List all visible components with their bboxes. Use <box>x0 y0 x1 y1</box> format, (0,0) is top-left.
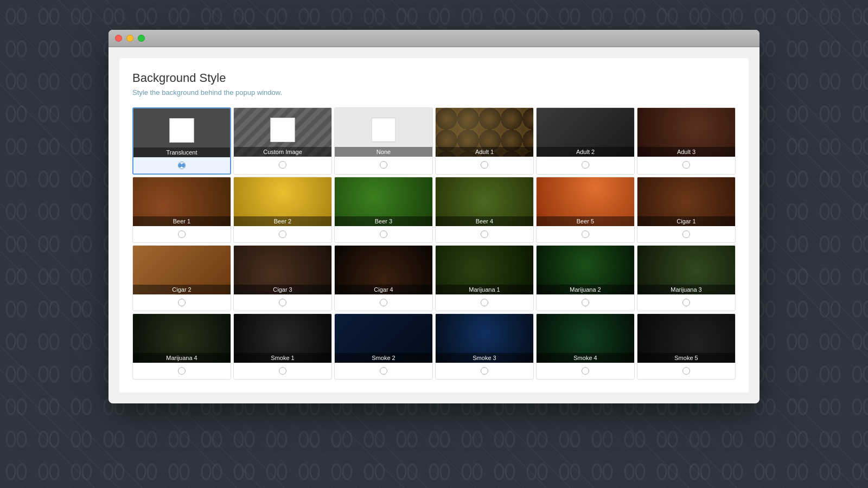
radio-row-adult1 <box>481 157 488 173</box>
radio-marijuana2[interactable] <box>582 299 589 306</box>
radio-row-translucent <box>178 157 186 174</box>
style-option-cigar1[interactable]: Cigar 1 <box>637 177 736 243</box>
label-row4d: Smoke 3 <box>436 353 533 363</box>
label-row4b: Smoke 1 <box>234 353 331 363</box>
style-option-adult2[interactable]: Adult 2 <box>536 107 635 175</box>
label-marijuana1: Marijuana 1 <box>436 285 533 294</box>
radio-adult3[interactable] <box>682 161 690 169</box>
thumb-cigar3: Cigar 3 <box>234 246 331 294</box>
radio-row4a[interactable] <box>178 367 186 375</box>
style-option-marijuana3[interactable]: Marijuana 3 <box>637 245 736 311</box>
style-option-row4e[interactable]: Smoke 4 <box>536 313 635 380</box>
style-option-translucent[interactable]: Translucent <box>132 107 231 175</box>
thumb-cigar4: Cigar 4 <box>335 246 432 294</box>
label-translucent: Translucent <box>133 147 230 157</box>
radio-row-row4e <box>582 363 589 379</box>
radio-row-adult2 <box>582 157 589 173</box>
thumb-row4c: Smoke 2 <box>335 314 432 363</box>
style-option-beer4[interactable]: Beer 4 <box>435 177 534 243</box>
radio-cigar4[interactable] <box>380 299 387 306</box>
radio-adult2[interactable] <box>582 161 589 169</box>
thumb-adult3: Adult 3 <box>637 108 735 157</box>
radio-row4e[interactable] <box>582 367 589 375</box>
radio-row-beer3 <box>380 226 387 242</box>
label-beer2: Beer 2 <box>234 216 331 226</box>
page-subtitle: Style the background behind the popup wi… <box>132 88 736 97</box>
radio-custom[interactable] <box>279 161 286 169</box>
thumb-beer3: Beer 3 <box>335 177 432 226</box>
radio-row-row4c <box>380 363 387 379</box>
radio-dot <box>178 163 182 168</box>
radio-row-row4d <box>481 363 488 379</box>
label-cigar2: Cigar 2 <box>133 285 231 294</box>
label-cigar3: Cigar 3 <box>234 285 331 294</box>
minimize-button[interactable] <box>126 35 133 42</box>
radio-row-cigar4 <box>380 294 387 311</box>
radio-beer4[interactable] <box>481 230 488 238</box>
close-button[interactable] <box>115 35 122 42</box>
main-window: Background Style Style the background be… <box>108 30 760 403</box>
style-option-beer1[interactable]: Beer 1 <box>132 177 231 243</box>
style-option-beer2[interactable]: Beer 2 <box>233 177 332 243</box>
radio-beer1[interactable] <box>178 230 186 238</box>
thumb-none: None <box>335 108 432 157</box>
radio-row-row4b <box>279 363 286 379</box>
thumb-custom: Custom Image <box>234 108 331 157</box>
radio-row-marijuana1 <box>481 294 488 311</box>
radio-row4f[interactable] <box>682 367 690 375</box>
radio-row4d[interactable] <box>481 367 488 375</box>
thumb-row4b: Smoke 1 <box>234 314 331 363</box>
radio-row-beer1 <box>178 226 186 242</box>
maximize-button[interactable] <box>138 35 145 42</box>
style-option-adult1[interactable]: Adult 1 <box>435 107 534 175</box>
style-option-row4f[interactable]: Smoke 5 <box>637 313 736 380</box>
style-option-adult3[interactable]: Adult 3 <box>637 107 736 175</box>
radio-beer3[interactable] <box>380 230 387 238</box>
style-option-cigar2[interactable]: Cigar 2 <box>132 245 231 311</box>
style-option-cigar4[interactable]: Cigar 4 <box>334 245 433 311</box>
radio-row-marijuana3 <box>682 294 690 311</box>
label-row4a: Marijuana 4 <box>133 353 231 363</box>
label-marijuana2: Marijuana 2 <box>537 285 634 294</box>
radio-marijuana3[interactable] <box>682 299 690 306</box>
radio-cigar3[interactable] <box>279 299 286 306</box>
label-cigar4: Cigar 4 <box>335 285 432 294</box>
radio-row-none <box>380 157 387 173</box>
thumb-row4a: Marijuana 4 <box>133 314 231 363</box>
radio-adult1[interactable] <box>481 161 488 169</box>
radio-row-cigar2 <box>178 294 186 311</box>
style-option-beer3[interactable]: Beer 3 <box>334 177 433 243</box>
thumb-beer4: Beer 4 <box>436 177 533 226</box>
thumb-beer5: Beer 5 <box>537 177 634 226</box>
style-option-marijuana1[interactable]: Marijuana 1 <box>435 245 534 311</box>
style-option-cigar3[interactable]: Cigar 3 <box>233 245 332 311</box>
thumb-marijuana1: Marijuana 1 <box>436 246 533 294</box>
thumb-cigar2: Cigar 2 <box>133 246 231 294</box>
style-option-beer5[interactable]: Beer 5 <box>536 177 635 243</box>
thumb-row4f: Smoke 5 <box>637 314 735 363</box>
label-custom: Custom Image <box>234 147 331 157</box>
thumb-marijuana2: Marijuana 2 <box>537 246 634 294</box>
radio-beer5[interactable] <box>582 230 589 238</box>
radio-cigar1[interactable] <box>682 230 690 238</box>
thumb-row4e: Smoke 4 <box>537 314 634 363</box>
style-option-row4c[interactable]: Smoke 2 <box>334 313 433 380</box>
style-option-none[interactable]: None <box>334 107 433 175</box>
style-option-marijuana2[interactable]: Marijuana 2 <box>536 245 635 311</box>
titlebar <box>108 30 760 47</box>
style-option-row4a[interactable]: Marijuana 4 <box>132 313 231 380</box>
radio-row-beer5 <box>582 226 589 242</box>
radio-beer2[interactable] <box>279 230 286 238</box>
radio-none[interactable] <box>380 161 387 169</box>
radio-translucent[interactable] <box>178 162 186 169</box>
radio-marijuana1[interactable] <box>481 299 488 306</box>
radio-cigar2[interactable] <box>178 299 186 306</box>
background-style-grid: Translucent Custom Image <box>132 107 736 380</box>
radio-row4b[interactable] <box>279 367 286 375</box>
style-option-custom-image[interactable]: Custom Image <box>233 107 332 175</box>
thumb-cigar1: Cigar 1 <box>637 177 735 226</box>
style-option-row4d[interactable]: Smoke 3 <box>435 313 534 380</box>
style-option-row4b[interactable]: Smoke 1 <box>233 313 332 380</box>
radio-row4c[interactable] <box>380 367 387 375</box>
label-marijuana3: Marijuana 3 <box>637 285 735 294</box>
